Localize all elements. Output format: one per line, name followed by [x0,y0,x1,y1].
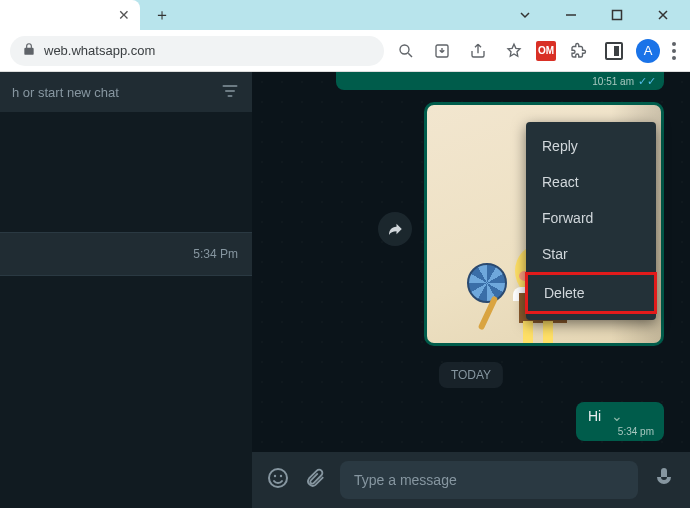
menu-item-react[interactable]: React [526,164,656,200]
share-icon[interactable] [464,37,492,65]
chat-timestamp: 5:34 Pm [193,247,238,261]
extension-om-icon[interactable]: OM [536,41,556,61]
window-close-button[interactable] [640,0,686,30]
menu-item-reply[interactable]: Reply [526,128,656,164]
date-separator: TODAY [439,362,503,388]
filter-icon[interactable] [220,81,240,104]
lock-icon [22,42,36,59]
browser-tab[interactable]: ✕ [0,0,140,30]
svg-point-6 [274,475,276,477]
whatsapp-app: h or start new chat 5:34 Pm 10:51 am ✓✓ [0,72,690,508]
close-tab-icon[interactable]: ✕ [118,7,130,23]
menu-item-star[interactable]: Star [526,236,656,272]
message-context-menu: Reply React Forward Star Delete [526,122,656,320]
mic-icon[interactable] [652,466,676,494]
window-maximize-button[interactable] [594,0,640,30]
search-placeholder: h or start new chat [12,85,220,100]
window-dropdown-icon[interactable] [502,0,548,30]
url-text: web.whatsapp.com [44,43,155,58]
new-tab-button[interactable]: ＋ [150,4,174,26]
outgoing-message[interactable]: Hi ⌄ 5:34 pm [576,402,664,441]
message-timestamp: 10:51 am [592,76,634,87]
window-minimize-button[interactable] [548,0,594,30]
previous-message-footer: 10:51 am ✓✓ [336,72,664,90]
star-icon[interactable] [500,37,528,65]
window-titlebar: ✕ ＋ [0,0,690,30]
message-composer: Type a message [252,452,690,508]
menu-item-delete[interactable]: Delete [525,272,657,314]
install-icon[interactable] [428,37,456,65]
message-text: Hi [588,408,601,424]
profile-avatar[interactable]: A [636,39,660,63]
message-options-chevron-icon[interactable]: ⌄ [611,408,623,424]
svg-rect-1 [613,11,622,20]
svg-point-2 [400,45,409,54]
attach-icon[interactable] [304,467,326,493]
panel-icon[interactable] [600,37,628,65]
address-bar[interactable]: web.whatsapp.com [10,36,384,66]
read-receipt-icon: ✓✓ [638,75,656,88]
chat-panel: 10:51 am ✓✓ Reply React Forward Star Del… [252,72,690,508]
message-input[interactable]: Type a message [340,461,638,499]
svg-point-5 [269,469,287,487]
forward-share-icon[interactable] [378,212,412,246]
menu-item-forward[interactable]: Forward [526,200,656,236]
input-placeholder: Type a message [354,472,457,488]
search-icon[interactable] [392,37,420,65]
message-timestamp: 5:34 pm [618,426,654,437]
svg-point-7 [280,475,282,477]
sidebar: h or start new chat 5:34 Pm [0,72,252,508]
chat-list-item[interactable]: 5:34 Pm [0,232,252,276]
svg-line-3 [408,53,412,57]
extensions-icon[interactable] [564,37,592,65]
browser-menu-icon[interactable] [668,38,680,64]
emoji-icon[interactable] [266,466,290,494]
browser-toolbar: web.whatsapp.com OM A [0,30,690,72]
search-bar[interactable]: h or start new chat [0,72,252,112]
